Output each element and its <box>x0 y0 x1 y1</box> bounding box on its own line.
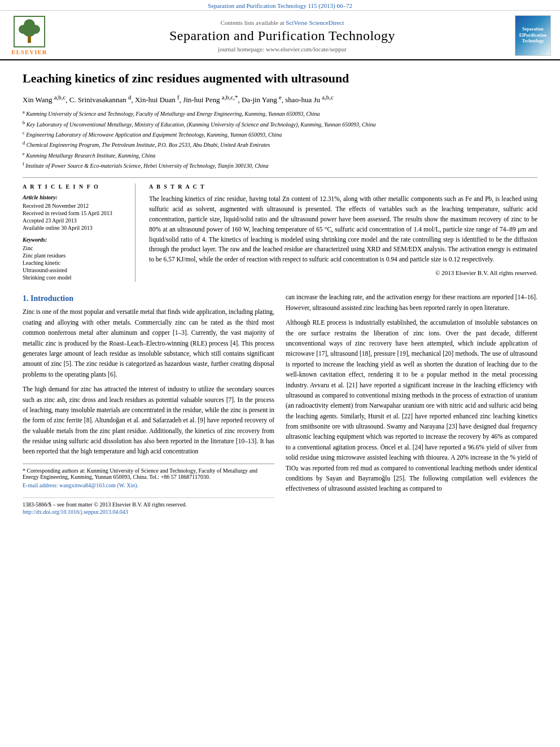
keywords-section: Keywords: Zinc Zinc plant residues Leach… <box>23 237 127 281</box>
author-1-sup: a,b,c <box>54 94 65 101</box>
author-3: Xin-hui Duan f <box>135 95 180 104</box>
abstract-text: The leaching kinetics of zinc residue, h… <box>149 194 537 265</box>
abstract-col: A B S T R A C T The leaching kinetics of… <box>149 184 537 282</box>
paper-content: Leaching kinetics of zinc residues augme… <box>0 60 560 526</box>
svg-rect-5 <box>28 36 31 43</box>
journal-title-center: Contents lists available at SciVerse Sci… <box>56 15 508 56</box>
date-revised: Received in revised form 15 April 2013 <box>23 210 127 216</box>
journal-cover-image: SeparationElPurificationTechnology <box>513 15 553 56</box>
svg-point-4 <box>23 27 36 37</box>
author-2: C. Srinivasakannan d <box>69 95 132 104</box>
body-left-col: 1. Introduction Zinc is one of the most … <box>23 292 274 514</box>
paper-title: Leaching kinetics of zinc residues augme… <box>23 71 537 87</box>
footnote-email: E-mail address: wangxinwa84@163.com (W. … <box>23 482 274 488</box>
date-accepted: Accepted 23 April 2013 <box>23 217 127 224</box>
affiliation-c: c Engineering Laboratory of Microwave Ap… <box>23 129 537 139</box>
journal-big-title: Separation and Purification Technology <box>169 28 395 43</box>
affiliation-b: b Key Laboratory of Unconventional Metal… <box>23 119 537 129</box>
keywords-label: Keywords: <box>23 237 127 243</box>
elsevier-logo-area: ELSEVIER <box>7 15 52 56</box>
body-two-col: 1. Introduction Zinc is one of the most … <box>23 292 537 514</box>
keyword-5: Shrinking core model <box>23 274 127 281</box>
issn-line: 1383-5866/$ – see front matter © 2013 El… <box>23 501 187 508</box>
authors-line: Xin Wang a,b,c, C. Srinivasakannan d, Xi… <box>23 93 537 106</box>
journal-citation: Separation and Purification Technology 1… <box>208 2 352 9</box>
author-5-sup: e <box>279 94 282 101</box>
affiliation-f: f Institute of Power Source & Eco-materi… <box>23 160 537 171</box>
sciverse-link[interactable]: SciVerse ScienceDirect <box>286 19 344 26</box>
homepage-line: journal homepage: www.elsevier.com/locat… <box>218 46 347 53</box>
author-1: Xin Wang a,b,c <box>23 95 65 104</box>
footnote-section: * Corresponding authors at: Kunming Univ… <box>23 464 274 488</box>
article-info-header: A R T I C L E I N F O <box>23 184 127 190</box>
section1-title: 1. Introduction <box>23 294 274 303</box>
intro-para-right-1: can increase the leaching rate, and the … <box>286 292 537 313</box>
author-6-sup: a,b,c <box>322 94 333 101</box>
article-info-col: A R T I C L E I N F O Article history: R… <box>23 184 135 282</box>
abstract-header: A B S T R A C T <box>149 184 537 190</box>
keyword-1: Zinc <box>23 245 127 251</box>
affiliation-d: d Chemical Engineering Program, The Petr… <box>23 139 537 150</box>
author-2-sup: d <box>128 94 131 101</box>
elsevier-tree-icon <box>14 16 45 47</box>
bottom-bar-left: 1383-5866/$ – see front matter © 2013 El… <box>23 501 187 515</box>
intro-para-1: Zinc is one of the most popular and vers… <box>23 307 274 379</box>
journal-cover-box: SeparationElPurificationTechnology <box>515 15 551 56</box>
date-received: Received 28 November 2012 <box>23 203 127 209</box>
author-5: Da-jin Yang e <box>242 95 282 104</box>
author-4: Jin-hui Peng a,b,c,* <box>183 95 238 104</box>
intro-para-2: The high demand for zinc has attracted t… <box>23 384 274 457</box>
keyword-3: Leaching kinetic <box>23 260 127 266</box>
keyword-4: Ultrasound-assisted <box>23 267 127 273</box>
copyright-line: © 2013 Elsevier B.V. All rights reserved… <box>149 269 537 276</box>
affiliations: a Kunming University of Science and Tech… <box>23 108 537 171</box>
author-6: shao-hua Ju a,b,c <box>285 95 333 104</box>
article-history-label: Article history: <box>23 194 127 200</box>
footnote-star-text: * Corresponding authors at: Kunming Univ… <box>23 468 274 480</box>
journal-header-bar: Separation and Purification Technology 1… <box>0 0 560 11</box>
intro-para-right-2: Although RLE process is industrially est… <box>286 317 537 494</box>
affiliation-e: e Kunming Metallurgy Research Institute,… <box>23 150 537 160</box>
elsevier-wordmark: ELSEVIER <box>11 49 47 55</box>
date-online: Available online 30 April 2013 <box>23 225 127 231</box>
elsevier-header: ELSEVIER Contents lists available at Sci… <box>0 11 560 60</box>
article-two-col: A R T I C L E I N F O Article history: R… <box>23 177 537 282</box>
bottom-bar: 1383-5866/$ – see front matter © 2013 El… <box>23 497 274 515</box>
author-3-sup: f <box>177 94 180 101</box>
sciverse-line: Contents lists available at SciVerse Sci… <box>221 19 344 26</box>
body-right-col: can increase the leaching rate, and the … <box>286 292 537 514</box>
doi-line[interactable]: http://dx.doi.org/10.1016/j.seppur.2013.… <box>23 509 187 515</box>
affiliation-a: a Kunming University of Science and Tech… <box>23 108 537 119</box>
keyword-2: Zinc plant residues <box>23 252 127 259</box>
author-4-sup: a,b,c,* <box>222 94 238 101</box>
